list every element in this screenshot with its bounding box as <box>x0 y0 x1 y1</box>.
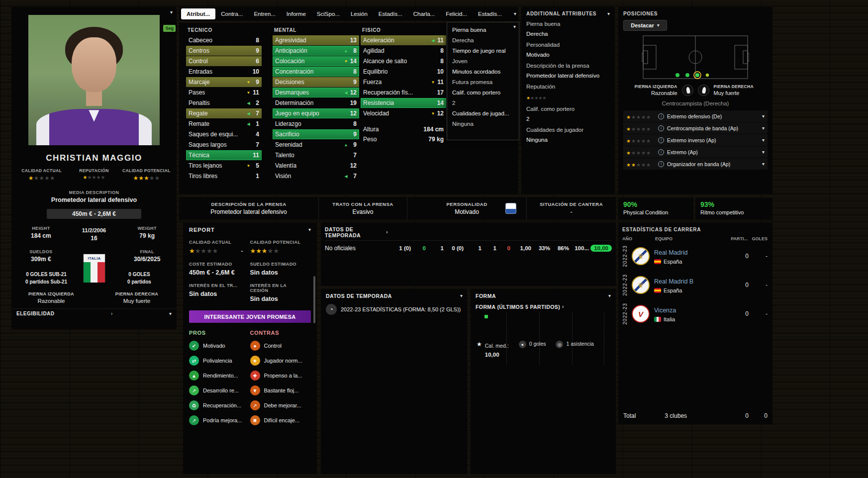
attribute-row: Recuperación fís... 17 <box>361 88 446 97</box>
highlight-button[interactable]: Destacar ▾ <box>623 20 667 31</box>
tab[interactable]: Lesión <box>345 8 373 19</box>
tab[interactable]: Atribut... <box>181 8 215 19</box>
pro-item: ↗ Podría mejora... <box>189 415 250 425</box>
attribute-row: Pases ▼11 <box>186 88 262 97</box>
attribute-row: Entradas 10 <box>186 67 262 77</box>
eligibility-header[interactable]: ELEGIBILIDAD › ▾ <box>11 308 177 318</box>
attribute-row: Liderazgo 8 <box>273 119 359 129</box>
dropdown-item-value[interactable]: Derecha <box>447 35 519 45</box>
team-name[interactable]: Real Madrid B <box>654 278 693 285</box>
dropdown-item-value[interactable]: Futura promesa <box>447 77 519 87</box>
trend-arrow-icon: ◀ <box>343 91 349 95</box>
info-icon[interactable]: i <box>658 149 664 155</box>
chevron-down-icon[interactable]: ▾ <box>762 126 765 131</box>
dropdown-item-value[interactable]: Joven <box>447 56 519 66</box>
chevron-down-icon[interactable]: ▾ <box>762 114 765 119</box>
chevron-down-icon[interactable]: ▾ <box>308 227 311 232</box>
dropdown-item-label[interactable]: Cualidades de jugad... <box>447 108 519 118</box>
stat-value: 0 <box>496 245 510 251</box>
position-role-row[interactable]: ★★★★★ i Extremo inverso (Ap) ▾ <box>623 134 768 146</box>
attribute-row: Agilidad 8 <box>361 46 446 56</box>
dropdown-item-value[interactable]: Ninguna <box>447 118 519 129</box>
star-icon: ★ <box>636 139 641 144</box>
career-stats-panel: ESTADÍSTICAS DE CARRERA AÑO EQUIPO PARTI… <box>618 223 772 424</box>
position-role-row[interactable]: ★★★★★ i Extremo defensivo (De) ▾ <box>623 110 768 122</box>
star-icon: ★ <box>92 175 96 180</box>
tab[interactable]: Contra... <box>215 8 248 19</box>
info-icon[interactable]: i <box>658 113 664 119</box>
transfer-value: 450m € - 2,6M € <box>47 209 141 219</box>
star-icon: ★ <box>83 175 88 180</box>
con-item: ✚ Propenso a la... <box>250 371 311 381</box>
team-nation: Italia <box>654 316 729 322</box>
dropdown-item-label[interactable]: Calif. como portero <box>447 87 519 97</box>
trend-arrow-icon: ▼ <box>343 59 349 64</box>
trend-arrow-icon: ◀ <box>430 38 436 43</box>
tab[interactable]: Estadís... <box>373 8 408 19</box>
recommendation-button[interactable]: INTERESANTE JOVEN PROMESA <box>189 310 311 323</box>
career-row[interactable]: 2022-23 Real Madrid B España 0 - <box>622 271 768 299</box>
u21-record: 0 GOLES SUB-21 0 partidos Sub-21 <box>11 272 81 285</box>
star-icon: ★ <box>646 151 651 156</box>
chevron-down-icon[interactable]: ▾ <box>762 162 765 167</box>
info-icon[interactable]: i <box>658 125 664 131</box>
dropdown-item-label[interactable]: Tiempo de juego real <box>447 45 519 56</box>
body-measure-row: Altura184 cm <box>361 124 446 134</box>
career-row[interactable]: 2022-23 Vicenza Italia 0 - <box>622 300 768 328</box>
star-icon: ★ <box>626 127 631 132</box>
left-foot-icon <box>682 85 693 96</box>
star-icon: ★ <box>631 127 636 132</box>
info-icon[interactable]: i <box>658 137 664 143</box>
position-dot <box>675 73 679 77</box>
intl-record: 0 GOLES 0 partidos <box>107 272 172 285</box>
stat-value: 1 <box>426 245 444 251</box>
chevron-down-icon[interactable]: ▾ <box>762 150 765 155</box>
match-sharpness-panel: 93% Ritmo competitivo <box>695 198 772 220</box>
tab[interactable]: SciSpo... <box>311 8 345 19</box>
chevron-down-icon[interactable]: ▾ <box>169 311 172 316</box>
tab[interactable]: Informe <box>281 8 311 19</box>
position-role-row[interactable]: ★★★★★ i Organizador en banda (Ap) ▾ <box>623 158 768 170</box>
star-icon: ★ <box>646 127 651 132</box>
season-data-panel: DATOS DE TEMPORADA ▾ ◔ 2022-23 ESTADÍSTI… <box>321 289 468 474</box>
tab[interactable]: Entren... <box>248 8 281 19</box>
season-stats-icon: ◔ <box>326 304 337 315</box>
star-icon: ★ <box>34 175 39 181</box>
report-scrollbar[interactable] <box>313 276 315 323</box>
season-table-title[interactable]: DATOS DE TEMPORADA › <box>325 226 388 238</box>
weight: WEIGHT 79 kg <box>120 226 174 242</box>
chevron-down-icon[interactable]: ▾ <box>514 11 516 16</box>
monitor-badge: Seg <box>163 25 176 32</box>
chevron-down-icon[interactable]: ▾ <box>460 293 463 298</box>
career-row[interactable]: 2022-23 Real Madrid España 0 - <box>622 242 768 270</box>
team-name[interactable]: Vicenza <box>654 307 676 314</box>
tab[interactable]: Estadís... <box>473 8 507 19</box>
position-role-row[interactable]: ★★★★★ i Extremo (Ap) ▾ <box>623 146 768 158</box>
stat-value: 100... <box>569 245 589 251</box>
chevron-down-icon[interactable]: ▾ <box>170 10 173 15</box>
chevron-down-icon[interactable]: ▾ <box>608 293 611 298</box>
chevron-right-icon: › <box>562 304 564 309</box>
info-icon[interactable]: i <box>658 161 664 167</box>
team-name[interactable]: Real Madrid <box>654 249 687 256</box>
tab[interactable]: Charla... <box>408 8 440 19</box>
dropdown-item-label[interactable]: Minutos acordados <box>447 66 519 77</box>
season-stats-row: No oficiales 1 (0)010 (0)1101,0033%86%10… <box>325 245 612 252</box>
position-role-row[interactable]: ★★★★★ i Centrocampista de banda (Ap) ▾ <box>623 122 768 134</box>
cons-column: CONTRAS ● Control ★ Jugador norm... ✚ Pr… <box>250 330 311 425</box>
star-icon: ★ <box>641 115 646 120</box>
star-icon: ★ <box>262 248 268 254</box>
chevron-down-icon[interactable]: ▾ <box>762 138 765 143</box>
form-subtitle[interactable]: FORMA (ÚLTIMOS 5 PARTIDOS) › <box>476 304 611 310</box>
recycle-icon: ♻ <box>189 400 199 410</box>
attribute-row: Valentía 12 <box>273 161 359 171</box>
role-rating-stars: ★★★★★ <box>626 112 655 121</box>
season-selector[interactable]: ◔ 2022-23 ESTADÍSTICAS (FORMA: 8,50 (2 G… <box>326 304 463 315</box>
tab[interactable]: Felicid... <box>440 8 473 19</box>
star-icon: ★ <box>526 96 530 100</box>
chevron-down-icon[interactable]: ▾ <box>607 11 610 16</box>
dropdown-item-value[interactable]: 2 <box>447 97 519 108</box>
chevron-down-icon[interactable]: ▾ <box>513 24 516 29</box>
dropdown-item-label[interactable]: Pierna buena <box>447 24 519 35</box>
season-year: 2022-23 <box>622 303 630 325</box>
